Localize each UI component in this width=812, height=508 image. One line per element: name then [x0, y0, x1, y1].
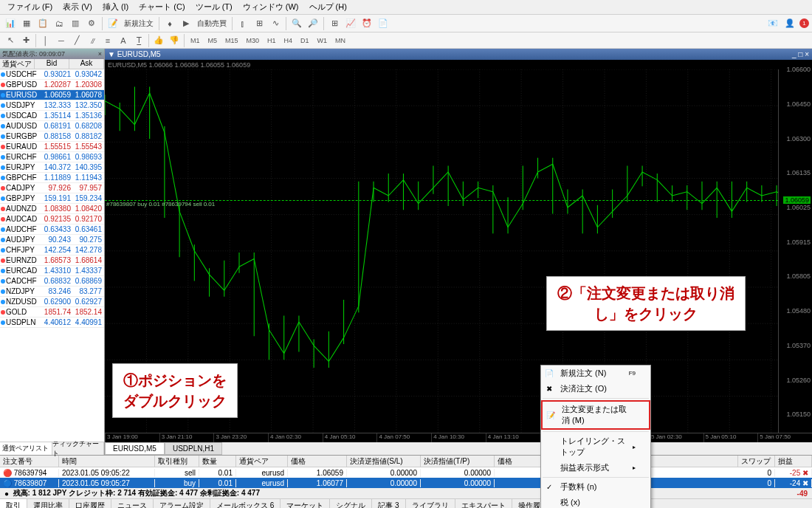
terminal-tab[interactable]: 取引: [0, 499, 27, 508]
symbol-row[interactable]: AUDCAD 0.92135 0.92170: [0, 214, 104, 224]
terminal-tab[interactable]: 記事 3: [372, 499, 405, 508]
symbol-row[interactable]: AUDJPY 90.243 90.275: [0, 235, 104, 245]
symbol-row[interactable]: AUDCHF 0.63433 0.63461: [0, 224, 104, 235]
timeframe-D1[interactable]: D1: [297, 35, 313, 47]
symbol-row[interactable]: CADJPY 97.926 97.957: [0, 183, 104, 193]
symbol-row[interactable]: GOLD 1851.74 1852.14: [0, 307, 104, 318]
terminal-tab[interactable]: シグナル: [330, 499, 372, 508]
zoom-in-icon[interactable]: 🔍: [289, 16, 304, 31]
tab-symbols[interactable]: 通貨ペアリスト: [0, 442, 52, 455]
new-chart-icon[interactable]: 📊: [3, 16, 18, 31]
tile-icon[interactable]: ⊞: [327, 16, 342, 31]
maximize-icon[interactable]: □: [798, 50, 802, 58]
minimize-icon[interactable]: _: [792, 50, 796, 58]
terminal-tab[interactable]: ライブラリ: [406, 499, 455, 508]
notifications-icon[interactable]: 👤: [782, 16, 797, 31]
autotrade-label[interactable]: 自動売買: [195, 18, 229, 29]
symbol-row[interactable]: EURJPY 140.372 140.395: [0, 162, 104, 173]
timeframe-M5[interactable]: M5: [204, 35, 221, 47]
symbol-row[interactable]: EURGBP 0.88158 0.88182: [0, 131, 104, 142]
bar-chart-icon[interactable]: ⫿: [235, 16, 250, 31]
ctx-item[interactable]: 📝注文変更または取消 (M): [541, 400, 650, 430]
line-chart-icon[interactable]: ∿: [268, 16, 283, 31]
timeframe-W1[interactable]: W1: [314, 35, 331, 47]
timeframe-M1[interactable]: M1: [187, 35, 204, 47]
symbol-row[interactable]: USDPLN 4.40612 4.40991: [0, 318, 104, 328]
terminal-icon[interactable]: ▥: [68, 16, 83, 31]
fibo-icon[interactable]: ≡: [100, 33, 115, 48]
timeframe-MN[interactable]: MN: [331, 35, 349, 47]
menu-item[interactable]: 表示 (V): [58, 0, 97, 14]
new-order-label[interactable]: 新規注文: [122, 18, 156, 29]
symbol-row[interactable]: EURUSD 1.06059 1.06078: [0, 90, 104, 100]
chart-canvas[interactable]: #78639807 buy 0.01 #78639794 sell 0.01 1…: [105, 69, 812, 433]
symbol-row[interactable]: EURCHF 0.98661 0.98693: [0, 152, 104, 162]
tab-tick[interactable]: ティックチャート: [52, 442, 105, 455]
symbol-row[interactable]: GBPJPY 159.191 159.234: [0, 193, 104, 204]
metaquotes-icon[interactable]: ♦: [162, 16, 177, 31]
cursor-icon[interactable]: ↖: [3, 33, 18, 48]
ctx-item[interactable]: 損益表示形式▸: [541, 460, 650, 476]
menu-item[interactable]: ファイル (F): [3, 0, 57, 14]
ctx-item[interactable]: 税 (x): [541, 495, 650, 508]
ctx-item[interactable]: ✓手数料 (n): [541, 479, 650, 495]
crosshair-icon[interactable]: ✚: [18, 33, 33, 48]
ctx-item[interactable]: ✖決済注文 (O): [541, 381, 650, 397]
navigator-icon[interactable]: 🗂: [52, 16, 66, 31]
trade-row[interactable]: 🔴 786397942023.01.05 09:05:22 sell0.01 e…: [0, 467, 812, 478]
candle-chart-icon[interactable]: ⊞: [252, 16, 266, 31]
indicators-icon[interactable]: 📈: [343, 16, 358, 31]
messages-icon[interactable]: 📧: [765, 16, 780, 31]
symbol-row[interactable]: EURAUD 1.55515 1.55543: [0, 142, 104, 152]
arrow-up-icon[interactable]: 👍: [151, 33, 166, 48]
new-order-icon[interactable]: 📝: [106, 16, 120, 31]
trendline-icon[interactable]: ╱: [69, 33, 84, 48]
text-icon[interactable]: A: [116, 33, 131, 48]
symbol-row[interactable]: AUDNZD 1.08380 1.08420: [0, 204, 104, 214]
symbol-row[interactable]: USDCHF 0.93021 0.93042: [0, 69, 104, 80]
terminal-tab[interactable]: アラーム設定: [154, 499, 210, 508]
strategy-tester-icon[interactable]: ⚙: [84, 16, 99, 31]
vertical-line-icon[interactable]: │: [38, 33, 53, 48]
menu-item[interactable]: ウィンドウ (W): [238, 0, 303, 14]
menu-item[interactable]: ツール (T): [191, 0, 237, 14]
close-icon[interactable]: ×: [98, 50, 102, 58]
periods-icon[interactable]: ⏰: [359, 16, 374, 31]
terminal-tab[interactable]: 運用比率: [27, 499, 69, 508]
menu-item[interactable]: ヘルプ (H): [305, 0, 351, 14]
menu-item[interactable]: 挿入 (I): [98, 0, 133, 14]
ctx-item[interactable]: 📄新規注文 (N)F9: [541, 365, 650, 381]
symbol-row[interactable]: GBPCHF 1.11889 1.11943: [0, 173, 104, 183]
autotrading-icon[interactable]: ▶: [179, 16, 193, 31]
timeframe-H1[interactable]: H1: [264, 35, 280, 47]
arrow-down-icon[interactable]: 👎: [167, 33, 182, 48]
channel-icon[interactable]: ⫽: [85, 33, 100, 48]
profiles-icon[interactable]: ▦: [19, 16, 34, 31]
symbol-row[interactable]: NZDJPY 83.246 83.277: [0, 286, 104, 297]
symbol-row[interactable]: AUDUSD 0.68191 0.68208: [0, 121, 104, 131]
timeframe-M30[interactable]: M30: [243, 35, 264, 47]
terminal-tab[interactable]: 口座履歴: [69, 499, 111, 508]
menu-item[interactable]: チャート (C): [134, 0, 189, 14]
text-label-icon[interactable]: T̲: [131, 33, 146, 48]
trade-row[interactable]: 🔵 786398072023.01.05 09:05:27 buy0.01 eu…: [0, 478, 812, 488]
chart-tab-usdpln[interactable]: USDPLN,H1: [165, 442, 222, 455]
symbol-row[interactable]: USDCAD 1.35114 1.35136: [0, 111, 104, 121]
chart-tab-eurusd[interactable]: EURUSD,M5: [105, 442, 165, 455]
close-icon[interactable]: ×: [805, 50, 809, 58]
timeframe-M15[interactable]: M15: [221, 35, 242, 47]
symbol-row[interactable]: NZDUSD 0.62900 0.62927: [0, 297, 104, 307]
zoom-out-icon[interactable]: 🔎: [306, 16, 320, 31]
terminal-tab[interactable]: エキスパート: [455, 499, 512, 508]
terminal-tab[interactable]: ニュース: [111, 499, 154, 508]
terminal-tab[interactable]: マーケット: [281, 499, 330, 508]
templates-icon[interactable]: 📄: [376, 16, 390, 31]
ctx-item[interactable]: トレイリング・ストップ▸: [541, 433, 650, 460]
terminal-tab[interactable]: メールボックス 6: [210, 499, 281, 508]
symbol-row[interactable]: EURNZD 1.68573 1.68614: [0, 255, 104, 266]
horizontal-line-icon[interactable]: ─: [54, 33, 69, 48]
symbol-row[interactable]: GBPUSD 1.20287 1.20308: [0, 80, 104, 90]
symbol-row[interactable]: CHFJPY 142.254 142.278: [0, 245, 104, 255]
symbol-row[interactable]: CADCHF 0.68832 0.68869: [0, 276, 104, 286]
market-watch-icon[interactable]: 📋: [35, 16, 50, 31]
